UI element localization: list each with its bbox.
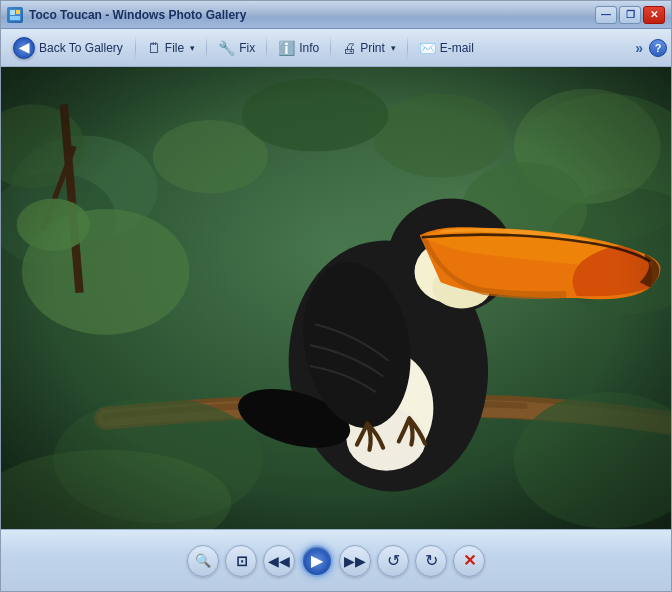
separator-5 <box>407 36 408 60</box>
back-label: Back To Gallery <box>39 41 123 55</box>
help-button[interactable]: ? <box>649 39 667 57</box>
maximize-button[interactable]: ❐ <box>619 6 641 24</box>
next-icon: ▶▶ <box>344 553 366 569</box>
previous-button[interactable]: ◀◀ <box>263 545 295 577</box>
zoom-icon: 🔍 <box>195 553 211 568</box>
print-dropdown-arrow: ▾ <box>391 43 396 53</box>
photo-viewer <box>1 67 671 529</box>
overflow-button[interactable]: » <box>631 38 647 58</box>
file-button[interactable]: 🗒 File ▾ <box>140 34 202 62</box>
photo-display <box>1 67 671 529</box>
minimize-button[interactable]: — <box>595 6 617 24</box>
separator-3 <box>266 36 267 60</box>
info-icon: ℹ️ <box>278 40 295 56</box>
separator-2 <box>206 36 207 60</box>
email-button[interactable]: ✉️ E-mail <box>412 34 481 62</box>
window-title: Toco Toucan - Windows Photo Gallery <box>29 8 595 22</box>
svg-rect-2 <box>16 10 20 14</box>
rotate-right-icon: ↻ <box>425 551 438 570</box>
separator-4 <box>330 36 331 60</box>
svg-rect-3 <box>10 16 20 20</box>
fix-label: Fix <box>239 41 255 55</box>
rotate-left-button[interactable]: ↺ <box>377 545 409 577</box>
close-window-button[interactable]: ✕ <box>643 6 665 24</box>
back-arrow-icon: ◀ <box>13 37 35 59</box>
file-dropdown-arrow: ▾ <box>190 43 195 53</box>
delete-button[interactable]: ✕ <box>453 545 485 577</box>
window-controls: — ❐ ✕ <box>595 6 665 24</box>
prev-icon: ◀◀ <box>268 553 290 569</box>
file-label: File <box>165 41 184 55</box>
toucan-image <box>1 67 671 529</box>
play-slideshow-button[interactable]: ▶ <box>301 545 333 577</box>
main-window: Toco Toucan - Windows Photo Gallery — ❐ … <box>0 0 672 592</box>
email-label: E-mail <box>440 41 474 55</box>
svg-rect-38 <box>1 67 671 529</box>
app-icon <box>7 7 23 23</box>
zoom-button[interactable]: 🔍 <box>187 545 219 577</box>
controls-bar: 🔍 ⊡ ◀◀ ▶ ▶▶ ↺ ↻ ✕ <box>1 529 671 591</box>
toolbar: ◀ Back To Gallery 🗒 File ▾ 🔧 Fix ℹ️ Info… <box>1 29 671 67</box>
rotate-right-button[interactable]: ↻ <box>415 545 447 577</box>
info-button[interactable]: ℹ️ Info <box>271 34 326 62</box>
rotate-left-icon: ↺ <box>387 551 400 570</box>
fix-button[interactable]: 🔧 Fix <box>211 34 262 62</box>
svg-rect-1 <box>10 10 15 15</box>
back-to-gallery-button[interactable]: ◀ Back To Gallery <box>5 34 131 62</box>
delete-icon: ✕ <box>463 551 476 570</box>
file-icon: 🗒 <box>147 40 161 56</box>
print-button[interactable]: 🖨 Print ▾ <box>335 34 403 62</box>
print-label: Print <box>360 41 385 55</box>
fix-icon: 🔧 <box>218 40 235 56</box>
separator-1 <box>135 36 136 60</box>
actual-size-icon: ⊡ <box>236 553 247 569</box>
next-button[interactable]: ▶▶ <box>339 545 371 577</box>
toolbar-right: » ? <box>631 38 667 58</box>
title-bar: Toco Toucan - Windows Photo Gallery — ❐ … <box>1 1 671 29</box>
play-icon: ▶ <box>311 551 323 570</box>
print-icon: 🖨 <box>342 40 356 56</box>
email-icon: ✉️ <box>419 40 436 56</box>
info-label: Info <box>299 41 319 55</box>
actual-size-button[interactable]: ⊡ <box>225 545 257 577</box>
